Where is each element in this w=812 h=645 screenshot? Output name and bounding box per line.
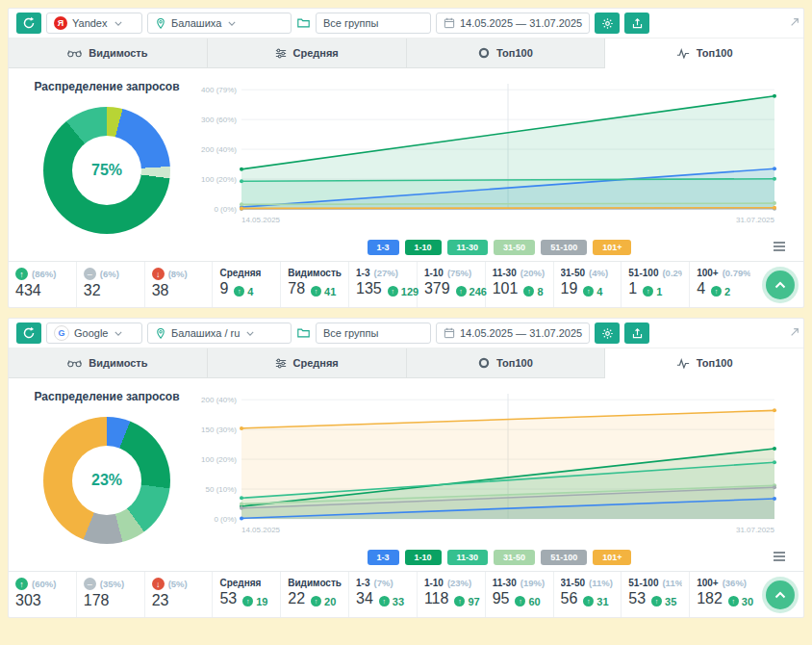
donut-center-value: 23% (91, 472, 122, 489)
stat-cell[interactable]: Средняя53↑19 (213, 572, 281, 617)
donut-chart: 23% (43, 417, 170, 544)
legend-button-1-3[interactable]: 1-3 (368, 550, 399, 565)
scroll-top-button[interactable] (766, 580, 795, 609)
stat-cell[interactable]: 1-3(7%)34↑33 (349, 572, 418, 617)
tab-top100-dynamics[interactable]: Топ100 (605, 39, 803, 68)
stat-value: 101 (493, 280, 519, 297)
svg-text:31.07.2025: 31.07.2025 (736, 216, 775, 224)
stat-cell[interactable]: Видимость (%)22↑20 (281, 572, 349, 617)
legend-button-1-10[interactable]: 1-10 (405, 240, 442, 255)
up-arrow-icon: ↑ (242, 596, 253, 606)
search-engine-select[interactable]: G Google (46, 322, 142, 344)
tab-average[interactable]: Средняя (208, 348, 407, 378)
panel-main: Распределение запросов 75% 400 (79%)300 … (9, 68, 803, 261)
svg-text:100 (20%): 100 (20%) (201, 175, 237, 184)
stat-cell[interactable]: ↓(5%)23 (145, 572, 214, 617)
stat-cell[interactable]: 11-30(20%)101↑8 (486, 262, 554, 307)
legend-button-1-10[interactable]: 1-10 (405, 550, 442, 565)
flat-circle-icon: – (84, 268, 96, 280)
search-engine-label: Google (74, 327, 108, 339)
legend-button-31-50[interactable]: 31-50 (494, 550, 535, 565)
legend-button-101+[interactable]: 101+ (593, 550, 631, 565)
stat-label: 100+ (697, 578, 719, 588)
stat-cell[interactable]: ↓(8%)38 (145, 262, 214, 307)
scroll-top-button[interactable] (766, 271, 795, 299)
donut-hole: 75% (72, 136, 141, 205)
stat-value: 303 (15, 592, 41, 609)
tab-label: Топ100 (496, 47, 533, 59)
up-arrow-icon: ↑ (515, 596, 525, 606)
stat-value: 56 (561, 590, 578, 607)
stat-cell[interactable]: Видимость (%)78↑41 (281, 262, 349, 307)
groups-input[interactable] (316, 322, 431, 344)
line-chart: 400 (79%)300 (60%)200 (40%)100 (20%)0 (0… (199, 74, 788, 236)
legend-button-31-50[interactable]: 31-50 (494, 240, 535, 255)
stat-cell[interactable]: Средняя9↑4 (213, 262, 281, 307)
tab-top100[interactable]: Топ100 (407, 348, 606, 378)
search-engine-select[interactable]: Я Yandex (46, 13, 142, 34)
delta-badge: ↑4 (583, 286, 602, 297)
tab-top100[interactable]: Топ100 (407, 39, 606, 68)
stat-percent: (11%) (662, 578, 682, 588)
refresh-button[interactable] (16, 322, 41, 344)
stat-value: 118 (424, 590, 449, 607)
stat-cell[interactable]: ↑(86%)434 (9, 262, 77, 307)
stat-cell[interactable]: 100+(36%)182↑30 (690, 572, 757, 617)
donut-icon (478, 357, 490, 369)
expand-arrow-icon[interactable] (790, 17, 799, 27)
stat-cell[interactable]: 51-100(11%)53↑35 (622, 572, 690, 617)
stat-cell[interactable]: 31-50(4%)19↑4 (554, 262, 622, 307)
stat-value: 135 (356, 280, 382, 297)
legend-button-51-100[interactable]: 51-100 (541, 240, 587, 255)
export-button[interactable] (624, 322, 649, 344)
svg-text:100 (20%): 100 (20%) (201, 455, 237, 464)
stat-percent: (4%) (589, 268, 608, 278)
up-arrow-icon: ↑ (311, 596, 321, 606)
date-range-picker[interactable]: 14.05.2025 — 31.07.2025 (436, 322, 590, 344)
menu-icon[interactable] (773, 241, 786, 252)
stat-cell[interactable]: 31-50(11%)56↑31 (554, 572, 622, 617)
tab-visibility[interactable]: Видимость (9, 348, 208, 378)
stat-cell[interactable]: ↑(60%)303 (9, 572, 77, 617)
stat-cell[interactable]: 1-10(75%)379↑246 (418, 262, 486, 307)
up-arrow-icon: ↑ (711, 286, 722, 297)
stat-cell[interactable]: –(35%)178 (77, 572, 145, 617)
up-arrow-icon: ↑ (454, 596, 465, 606)
legend-button-11-30[interactable]: 11-30 (447, 240, 489, 255)
stat-value: 1 (628, 280, 637, 297)
legend-button-11-30[interactable]: 11-30 (447, 550, 489, 565)
stats-section: ↑(60%)303–(35%)178↓(5%)23Средняя53↑19Вид… (9, 571, 803, 617)
chevron-down-icon (228, 21, 236, 26)
stat-value: 22 (288, 590, 305, 607)
tab-top100-dynamics[interactable]: Топ100 (605, 348, 803, 378)
stat-label: Видимость (%) (288, 268, 342, 278)
up-arrow-icon: ↑ (234, 286, 244, 297)
stat-cell[interactable]: 11-30(19%)95↑60 (486, 572, 554, 617)
refresh-button[interactable] (16, 13, 41, 34)
expand-arrow-icon[interactable] (790, 327, 799, 337)
location-select[interactable]: Балашиха / ru (147, 322, 292, 344)
stat-cell[interactable]: –(6%)32 (77, 262, 145, 307)
settings-button[interactable] (595, 322, 620, 344)
stat-cell[interactable]: 100+(0.79%)4↑2 (690, 262, 757, 307)
legend-button-51-100[interactable]: 51-100 (541, 550, 587, 565)
menu-icon[interactable] (773, 551, 786, 562)
export-button[interactable] (624, 13, 649, 34)
stat-cell[interactable]: 1-10(23%)118↑97 (418, 572, 486, 617)
stat-cell[interactable]: 1-3(27%)135↑129 (349, 262, 418, 307)
legend-button-101+[interactable]: 101+ (593, 240, 631, 255)
tab-visibility[interactable]: Видимость (9, 39, 208, 68)
folder-icon[interactable] (296, 326, 311, 340)
stat-label: Средняя (219, 268, 261, 278)
tab-average[interactable]: Средняя (208, 39, 407, 68)
stat-percent: (11%) (589, 578, 613, 588)
folder-icon[interactable] (296, 16, 311, 30)
stats-row: ↑(60%)303–(35%)178↓(5%)23Средняя53↑19Вид… (9, 572, 757, 617)
location-select[interactable]: Балашиха (147, 13, 292, 34)
tab-label: Средняя (293, 47, 339, 59)
date-range-picker[interactable]: 14.05.2025 — 31.07.2025 (436, 13, 590, 34)
legend-button-1-3[interactable]: 1-3 (368, 240, 399, 255)
groups-input[interactable] (316, 13, 431, 34)
settings-button[interactable] (595, 13, 620, 34)
stat-cell[interactable]: 51-100(0.2%)1↑1 (622, 262, 690, 307)
